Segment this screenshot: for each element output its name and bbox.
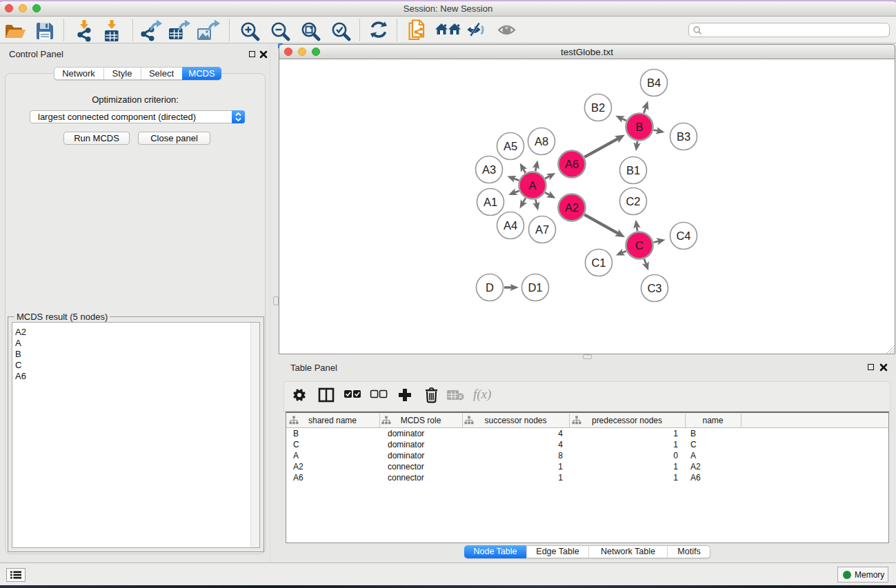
svg-text:C: C (635, 239, 644, 252)
svg-text:D1: D1 (528, 281, 542, 294)
svg-text:B1: B1 (626, 164, 640, 176)
svg-text:A2: A2 (565, 201, 579, 214)
svg-text:A1: A1 (484, 196, 497, 208)
svg-text:A5: A5 (504, 140, 517, 152)
svg-text:D: D (486, 281, 494, 294)
svg-text:A6: A6 (565, 158, 579, 170)
svg-text:B4: B4 (647, 77, 661, 89)
svg-text:C3: C3 (647, 282, 661, 294)
svg-text:A8: A8 (535, 135, 548, 148)
svg-text:A: A (528, 179, 536, 192)
svg-text:B: B (635, 121, 643, 133)
svg-text:C2: C2 (626, 195, 640, 207)
svg-text:C4: C4 (676, 230, 690, 242)
svg-text:B2: B2 (591, 101, 605, 114)
svg-text:A7: A7 (535, 223, 549, 236)
svg-text:A3: A3 (482, 163, 496, 176)
svg-text:A4: A4 (504, 219, 517, 232)
svg-text:C1: C1 (591, 256, 606, 269)
svg-text:B3: B3 (677, 130, 690, 143)
